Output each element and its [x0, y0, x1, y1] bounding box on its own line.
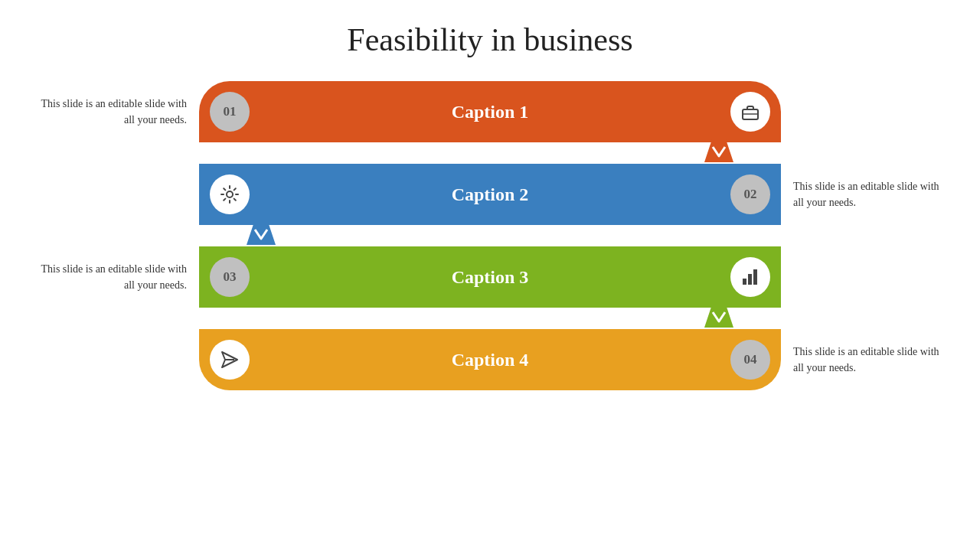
left-label-3: This slide is an editable slide with all…: [38, 246, 187, 308]
arrow-2-3: [247, 222, 276, 245]
row-4-wrapper: Caption 4 04: [199, 329, 781, 390]
caption-2: Caption 2: [250, 184, 730, 205]
svg-rect-8: [753, 269, 757, 285]
main-layout: This slide is an editable slide with all…: [38, 81, 942, 390]
svg-marker-9: [704, 305, 733, 328]
bar-2: Caption 2 02: [199, 164, 781, 225]
svg-point-4: [227, 191, 233, 197]
right-label-3: [793, 246, 942, 308]
badge-3: 03: [210, 257, 250, 297]
connector-2: [199, 225, 781, 246]
slide-title: Feasibility in business: [347, 21, 632, 58]
caption-4: Caption 4: [250, 350, 730, 370]
right-labels: This slide is an editable slide with all…: [781, 81, 942, 390]
icon-circle-2: [210, 174, 250, 214]
briefcase-icon: [740, 101, 761, 122]
right-label-4: This slide is an editable slide with all…: [793, 329, 942, 390]
icon-circle-1: [730, 92, 770, 132]
gear-icon: [219, 184, 240, 205]
icon-circle-3: [730, 257, 770, 297]
send-icon: [219, 349, 240, 370]
label-text-4: This slide is an editable slide with all…: [793, 344, 942, 376]
left-label-4: [38, 329, 187, 390]
arrow-3-4: [704, 305, 733, 328]
caption-3: Caption 3: [250, 267, 730, 288]
bars-container: 01 Caption 1: [199, 81, 781, 390]
connector-1: [199, 142, 781, 164]
row-2-wrapper: Caption 2 02: [199, 164, 781, 225]
svg-rect-7: [748, 274, 752, 285]
icon-circle-4: [210, 340, 250, 380]
connector-3: [199, 308, 781, 329]
left-label-1: This slide is an editable slide with all…: [38, 81, 187, 142]
left-label-2: [38, 164, 187, 225]
slide: Feasibility in business This slide is an…: [0, 0, 980, 551]
badge-2: 02: [730, 174, 770, 214]
svg-rect-6: [743, 279, 746, 285]
bar-4: Caption 4 04: [199, 329, 781, 390]
label-text-3: This slide is an editable slide with all…: [38, 261, 187, 293]
row-1-wrapper: 01 Caption 1: [199, 81, 781, 142]
right-label-2: This slide is an editable slide with all…: [793, 164, 942, 225]
badge-1: 01: [210, 92, 250, 132]
badge-4: 04: [730, 340, 770, 380]
left-labels: This slide is an editable slide with all…: [38, 81, 199, 390]
bar-1: 01 Caption 1: [199, 81, 781, 142]
bar-3: 03 Caption 3: [199, 246, 781, 308]
caption-1: Caption 1: [250, 102, 730, 122]
arrow-1-2: [704, 139, 733, 162]
row-3-wrapper: 03 Caption 3: [199, 246, 781, 308]
right-label-1: [793, 81, 942, 142]
svg-marker-5: [247, 222, 276, 245]
label-text-2: This slide is an editable slide with all…: [793, 178, 942, 210]
label-text-1: This slide is an editable slide with all…: [38, 96, 187, 128]
chart-icon: [740, 266, 761, 288]
